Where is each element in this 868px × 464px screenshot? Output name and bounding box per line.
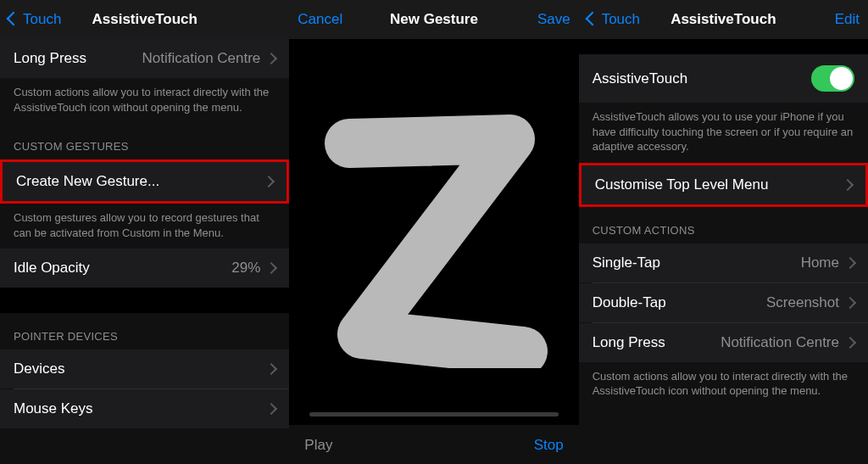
- chevron-left-icon: [8, 11, 20, 28]
- edit-button[interactable]: Edit: [835, 11, 860, 28]
- back-button[interactable]: Touch: [8, 11, 61, 28]
- pane-right: Touch AssistiveTouch Edit AssistiveTouch…: [579, 0, 868, 464]
- footer-bar: Play Stop: [289, 427, 578, 464]
- row-label: Long Press: [14, 50, 86, 67]
- drawn-gesture-z: [315, 97, 553, 368]
- nav-bar: Touch AssistiveTouch Edit: [579, 0, 868, 39]
- row-create-new-gesture[interactable]: Create New Gesture...: [0, 159, 289, 204]
- row-value: Home: [801, 254, 854, 271]
- row-value: Notification Centre: [142, 50, 275, 67]
- row-long-press[interactable]: Long Press Notification Centre: [579, 323, 868, 362]
- chevron-right-icon: [267, 260, 275, 277]
- chevron-right-icon: [846, 334, 854, 351]
- section-footer-assistivetouch: AssistiveTouch allows you to use your iP…: [579, 103, 868, 163]
- chevron-right-icon: [843, 181, 852, 189]
- section-footer-actions: Custom actions allow you to interact dir…: [0, 78, 289, 123]
- stop-button[interactable]: Stop: [534, 437, 564, 454]
- chevron-right-icon: [846, 254, 854, 271]
- row-label: Double-Tap: [593, 294, 666, 311]
- progress-track[interactable]: [309, 412, 558, 416]
- section-header-custom-actions: CUSTOM ACTIONS: [579, 207, 868, 243]
- back-label: Touch: [602, 11, 640, 28]
- row-label: Create New Gesture...: [16, 173, 159, 190]
- section-header-gestures: CUSTOM GESTURES: [0, 123, 289, 159]
- row-label: Long Press: [593, 334, 665, 351]
- spacer: [579, 39, 868, 54]
- row-long-press[interactable]: Long Press Notification Centre: [0, 39, 289, 78]
- row-mouse-keys[interactable]: Mouse Keys: [0, 389, 289, 428]
- chevron-right-icon: [267, 365, 275, 373]
- row-label: Customise Top Level Menu: [595, 176, 769, 193]
- row-label: Single-Tap: [593, 254, 660, 271]
- play-button[interactable]: Play: [304, 437, 332, 454]
- row-value: Screenshot: [766, 294, 854, 311]
- back-label: Touch: [23, 11, 61, 28]
- save-button[interactable]: Save: [537, 11, 570, 28]
- row-label: Idle Opacity: [14, 260, 90, 277]
- chevron-right-icon: [267, 50, 275, 67]
- back-button[interactable]: Touch: [587, 11, 640, 28]
- row-devices[interactable]: Devices: [0, 349, 289, 389]
- row-idle-opacity[interactable]: Idle Opacity 29%: [0, 249, 289, 288]
- gesture-canvas[interactable]: [289, 39, 578, 425]
- section-header-pointer: POINTER DEVICES: [0, 313, 289, 349]
- row-assistivetouch-toggle[interactable]: AssistiveTouch: [579, 54, 868, 103]
- chevron-left-icon: [587, 11, 599, 28]
- section-footer-gestures: Custom gestures allow you to record gest…: [0, 204, 289, 249]
- pane-middle: Cancel New Gesture Save Play Stop: [289, 0, 578, 464]
- spacer: [0, 288, 289, 313]
- cancel-button[interactable]: Cancel: [298, 11, 342, 28]
- toggle-switch-on[interactable]: [811, 65, 854, 92]
- row-value: Notification Centre: [721, 334, 854, 351]
- nav-bar: Cancel New Gesture Save: [289, 0, 578, 39]
- row-label: Devices: [14, 361, 64, 377]
- chevron-right-icon: [846, 294, 854, 311]
- chevron-right-icon: [264, 177, 273, 186]
- row-value: 29%: [231, 260, 275, 277]
- row-double-tap[interactable]: Double-Tap Screenshot: [579, 283, 868, 322]
- pane-left: Touch AssistiveTouch Long Press Notifica…: [0, 0, 289, 464]
- row-customise-top-level-menu[interactable]: Customise Top Level Menu: [579, 163, 868, 207]
- nav-bar: Touch AssistiveTouch: [0, 0, 289, 39]
- section-footer-actions: Custom actions allow you to interact dir…: [579, 362, 868, 407]
- chevron-right-icon: [267, 405, 275, 413]
- row-single-tap[interactable]: Single-Tap Home: [579, 243, 868, 282]
- row-label: AssistiveTouch: [593, 70, 687, 87]
- row-label: Mouse Keys: [14, 400, 93, 417]
